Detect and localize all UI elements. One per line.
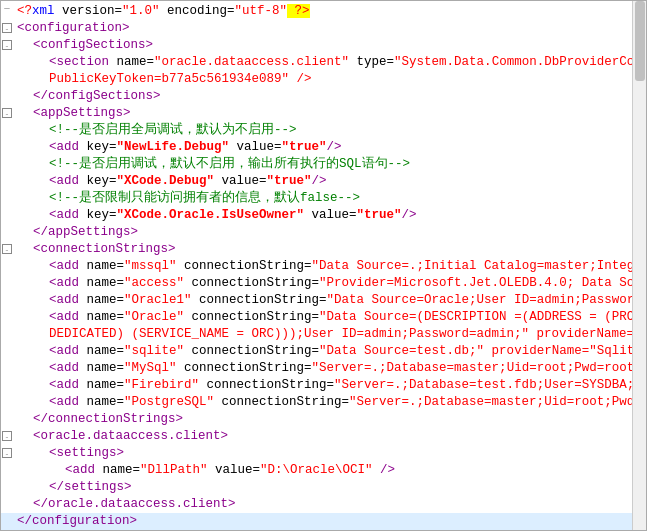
token-16-3: "mssql" bbox=[124, 259, 177, 273]
fold-icon-2[interactable]: - bbox=[1, 20, 13, 34]
token-6-0: </ bbox=[33, 89, 48, 103]
line-content-22: <add name="MySql" connectionString="Serv… bbox=[13, 360, 646, 377]
line-content-7: <appSettings> bbox=[13, 105, 646, 122]
code-line-6: </configSections> bbox=[1, 88, 646, 105]
token-28-1: add bbox=[73, 463, 96, 477]
token-23-5: "Server=.;Database=test.fdb;User=SYSDBA;… bbox=[334, 378, 646, 392]
token-30-0: </ bbox=[33, 497, 48, 511]
token-4-1: section bbox=[57, 55, 110, 69]
fold-icon-3[interactable]: - bbox=[1, 37, 13, 51]
line-content-3: <configSections> bbox=[13, 37, 646, 54]
token-7-2: > bbox=[123, 106, 131, 120]
token-2-0: < bbox=[17, 21, 25, 35]
token-18-3: "Oracle1" bbox=[124, 293, 192, 307]
token-22-3: "MySql" bbox=[124, 361, 177, 375]
code-line-11: <add key="XCode.Debug" value="true"/> bbox=[1, 173, 646, 190]
code-line-17: <add name="access" connectionString="Pro… bbox=[1, 275, 646, 292]
line-content-15: <connectionStrings> bbox=[13, 241, 646, 258]
token-26-1: oracle.dataaccess.client bbox=[41, 429, 221, 443]
token-23-1: add bbox=[57, 378, 80, 392]
token-1-1: xml bbox=[32, 4, 55, 18]
token-23-4: connectionString= bbox=[199, 378, 334, 392]
token-2-1: configuration bbox=[25, 21, 123, 35]
token-1-0: <? bbox=[17, 4, 32, 18]
token-28-3: "DllPath" bbox=[140, 463, 208, 477]
line-content-28: <add name="DllPath" value="D:\Oracle\OCI… bbox=[13, 462, 646, 479]
token-24-4: connectionString= bbox=[214, 395, 349, 409]
token-14-1: appSettings bbox=[48, 225, 131, 239]
line-content-6: </configSections> bbox=[13, 88, 646, 105]
code-line-28: <add name="DllPath" value="D:\Oracle\OCI… bbox=[1, 462, 646, 479]
line-content-24: <add name="PostgreSQL" connectionString=… bbox=[13, 394, 646, 411]
code-line-5: PublicKeyToken=b77a5c561934e089" /> bbox=[1, 71, 646, 88]
vertical-scrollbar[interactable] bbox=[632, 1, 646, 530]
line-content-12: <!--是否限制只能访问拥有者的信息，默认false--> bbox=[13, 190, 646, 207]
token-1-2: version= bbox=[55, 4, 123, 18]
code-line-19: <add name="Oracle" connectionString="Dat… bbox=[1, 309, 646, 326]
token-22-4: connectionString= bbox=[177, 361, 312, 375]
token-19-3: "Oracle" bbox=[124, 310, 184, 324]
line-content-16: <add name="mssql" connectionString="Data… bbox=[13, 258, 646, 275]
token-15-0: < bbox=[33, 242, 41, 256]
code-line-30: </oracle.dataaccess.client> bbox=[1, 496, 646, 513]
fold-icon-26[interactable]: - bbox=[1, 428, 13, 442]
code-line-2: -<configuration> bbox=[1, 20, 646, 37]
token-19-4: connectionString= bbox=[184, 310, 319, 324]
token-6-1: configSections bbox=[48, 89, 153, 103]
token-22-1: add bbox=[57, 361, 80, 375]
token-28-2: name= bbox=[95, 463, 140, 477]
token-15-2: > bbox=[168, 242, 176, 256]
line-content-30: </oracle.dataaccess.client> bbox=[13, 496, 646, 513]
code-line-16: <add name="mssql" connectionString="Data… bbox=[1, 258, 646, 275]
token-29-1: settings bbox=[64, 480, 124, 494]
token-13-0: < bbox=[49, 208, 57, 222]
token-22-2: name= bbox=[79, 361, 124, 375]
token-9-6: /> bbox=[327, 140, 342, 154]
token-16-1: add bbox=[57, 259, 80, 273]
token-10-0: <!--是否启用调试，默认不启用，输出所有执行的SQL语句--> bbox=[49, 157, 410, 171]
token-1-5: "utf-8" bbox=[235, 4, 288, 18]
fold-icon-7[interactable]: - bbox=[1, 105, 13, 119]
token-17-4: connectionString= bbox=[184, 276, 319, 290]
token-4-0: < bbox=[49, 55, 57, 69]
line-content-11: <add key="XCode.Debug" value="true"/> bbox=[13, 173, 646, 190]
line-content-23: <add name="Firebird" connectionString="S… bbox=[13, 377, 646, 394]
token-11-3: "XCode.Debug" bbox=[117, 174, 215, 188]
line-content-26: <oracle.dataaccess.client> bbox=[13, 428, 646, 445]
token-17-3: "access" bbox=[124, 276, 184, 290]
token-30-2: > bbox=[228, 497, 236, 511]
code-line-4: <section name="oracle.dataaccess.client"… bbox=[1, 54, 646, 71]
code-line-14: </appSettings> bbox=[1, 224, 646, 241]
code-line-26: -<oracle.dataaccess.client> bbox=[1, 428, 646, 445]
token-21-0: < bbox=[49, 344, 57, 358]
token-19-0: < bbox=[49, 310, 57, 324]
token-27-1: settings bbox=[57, 446, 117, 460]
line-content-5: PublicKeyToken=b77a5c561934e089" /> bbox=[13, 71, 646, 88]
token-13-3: "XCode.Oracle.IsUseOwner" bbox=[117, 208, 305, 222]
token-25-1: connectionStrings bbox=[48, 412, 176, 426]
code-line-7: -<appSettings> bbox=[1, 105, 646, 122]
token-31-1: configuration bbox=[32, 514, 130, 528]
code-line-25: </connectionStrings> bbox=[1, 411, 646, 428]
token-18-2: name= bbox=[79, 293, 124, 307]
token-23-0: < bbox=[49, 378, 57, 392]
fold-icon-27[interactable]: - bbox=[1, 445, 13, 459]
token-11-2: key= bbox=[79, 174, 117, 188]
token-18-5: "Data Source=Oracle;User ID=admin;Passwo… bbox=[327, 293, 646, 307]
code-line-21: <add name="sqlite" connectionString="Dat… bbox=[1, 343, 646, 360]
token-25-0: </ bbox=[33, 412, 48, 426]
token-27-0: < bbox=[49, 446, 57, 460]
token-9-2: key= bbox=[79, 140, 117, 154]
token-14-0: </ bbox=[33, 225, 48, 239]
code-line-3: -<configSections> bbox=[1, 37, 646, 54]
scrollbar-thumb[interactable] bbox=[635, 1, 645, 81]
token-4-2: name= bbox=[109, 55, 154, 69]
token-9-1: add bbox=[57, 140, 80, 154]
fold-icon-15[interactable]: - bbox=[1, 241, 13, 255]
token-20-0: DEDICATED) (SERVICE_NAME = ORC)));User I… bbox=[49, 327, 646, 341]
xml-editor[interactable]: ─<?xml version="1.0" encoding="utf-8" ?>… bbox=[0, 0, 647, 531]
code-line-9: <add key="NewLife.Debug" value="true"/> bbox=[1, 139, 646, 156]
line-content-20: DEDICATED) (SERVICE_NAME = ORC)));User I… bbox=[13, 326, 646, 343]
line-content-8: <!--是否启用全局调试，默认为不启用--> bbox=[13, 122, 646, 139]
line-content-1: <?xml version="1.0" encoding="utf-8" ?> bbox=[13, 3, 646, 20]
